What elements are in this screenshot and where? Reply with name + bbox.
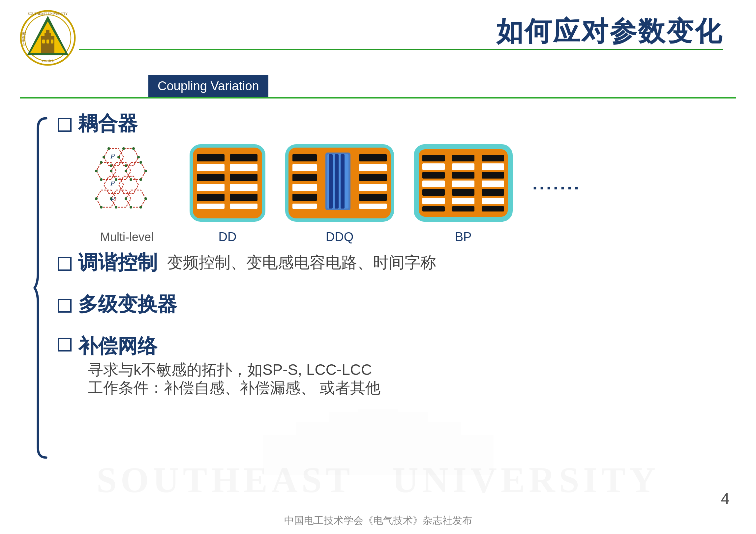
footer: 中国电工技术学会《电气技术》杂志社发布 <box>0 514 756 527</box>
svg-rect-97 <box>422 206 445 211</box>
ellipsis: ....... <box>532 173 581 193</box>
svg-rect-78 <box>329 154 333 209</box>
svg-text:P: P <box>110 152 115 160</box>
svg-rect-72 <box>292 184 317 191</box>
svg-rect-103 <box>452 189 474 196</box>
svg-rect-96 <box>422 198 445 204</box>
brace-section: 耦合器 <box>33 112 723 461</box>
svg-rect-65 <box>230 194 257 201</box>
curly-brace <box>33 115 51 461</box>
svg-rect-85 <box>359 184 387 191</box>
svg-rect-55 <box>197 164 225 171</box>
svg-point-23 <box>107 147 110 150</box>
svg-rect-9 <box>51 40 53 43</box>
svg-rect-93 <box>422 172 445 179</box>
svg-point-34 <box>110 170 112 172</box>
svg-rect-102 <box>452 181 474 187</box>
svg-point-27 <box>117 156 120 158</box>
item-tune: 调谐控制 变频控制、变电感电容电路、时间字称 <box>58 251 723 274</box>
svg-rect-111 <box>482 189 504 196</box>
svg-rect-57 <box>197 184 225 191</box>
svg-point-39 <box>130 178 132 181</box>
subtitle-area: Coupling Variation <box>0 72 756 97</box>
svg-rect-7 <box>42 40 45 43</box>
svg-rect-8 <box>46 40 49 43</box>
svg-point-32 <box>139 161 142 164</box>
svg-point-28 <box>137 156 140 158</box>
hex-grid-svg: P P P <box>84 142 170 228</box>
label-multilevel-converter: 多级变换器 <box>78 293 177 316</box>
svg-point-31 <box>125 164 127 167</box>
svg-marker-14 <box>119 149 138 166</box>
label-ddq: DDQ <box>326 230 353 244</box>
item-multilevel-converter: 多级变换器 <box>58 293 723 316</box>
svg-point-35 <box>125 170 127 172</box>
svg-rect-110 <box>482 181 504 187</box>
checkbox-coupler <box>58 118 72 132</box>
svg-point-40 <box>139 178 142 181</box>
sublabel-compensation-1: 寻求与k不敏感的拓扑，如SP-S, LCC-LCC <box>88 361 380 379</box>
svg-rect-71 <box>292 174 317 181</box>
svg-point-38 <box>115 178 117 181</box>
svg-point-26 <box>103 156 105 158</box>
svg-rect-63 <box>230 174 257 181</box>
item-compensation: 补偿网络 寻求与k不敏感的拓扑，如SP-S, LCC-LCC 工作条件：补偿自感… <box>58 334 723 397</box>
svg-rect-6 <box>46 30 49 35</box>
main-title: 如何应对参数变化 <box>496 16 723 46</box>
coil-ddq: DDQ <box>285 144 394 244</box>
svg-rect-112 <box>482 198 504 204</box>
svg-rect-74 <box>292 204 317 209</box>
svg-rect-99 <box>452 155 474 161</box>
coupler-diagrams: P P P Multi-level <box>84 142 723 244</box>
label-tune: 调谐控制 <box>78 251 157 274</box>
footer-text: 中国电工技术学会《电气技术》杂志社发布 <box>284 515 472 526</box>
svg-marker-19 <box>119 176 138 193</box>
svg-point-33 <box>95 170 98 172</box>
svg-rect-80 <box>341 154 345 209</box>
svg-rect-79 <box>335 154 339 209</box>
svg-point-37 <box>100 178 103 181</box>
svg-rect-107 <box>482 155 504 161</box>
svg-rect-100 <box>452 163 474 170</box>
content-items: 耦合器 <box>51 112 723 461</box>
main-content: 耦合器 <box>0 98 756 461</box>
svg-rect-64 <box>230 184 257 191</box>
svg-rect-61 <box>230 154 257 161</box>
svg-point-24 <box>122 147 125 150</box>
svg-point-44 <box>144 197 147 200</box>
label-multilevel: Multi-level <box>100 230 154 244</box>
svg-point-36 <box>144 170 147 172</box>
svg-rect-109 <box>482 172 504 179</box>
checkbox-compensation <box>58 338 72 351</box>
svg-rect-84 <box>359 174 387 181</box>
svg-marker-15 <box>96 162 116 180</box>
svg-marker-17 <box>126 162 146 180</box>
bp-coil-svg <box>414 144 513 227</box>
svg-point-25 <box>132 147 135 150</box>
svg-rect-70 <box>292 164 317 171</box>
svg-rect-94 <box>422 181 445 187</box>
sublabel-compensation-2: 工作条件：补偿自感、补偿漏感、 或者其他 <box>88 379 380 397</box>
svg-point-43 <box>125 197 127 200</box>
subtitle-banner: Coupling Variation <box>148 75 268 97</box>
svg-rect-86 <box>359 194 387 201</box>
svg-rect-101 <box>452 172 474 179</box>
svg-rect-58 <box>197 194 225 201</box>
university-logo: SOUTHEAST UNIVERSITY 1902 南京 止于至善 <box>20 10 79 69</box>
svg-rect-95 <box>422 189 445 196</box>
label-coupler: 耦合器 <box>78 112 137 135</box>
label-dd: DD <box>219 230 237 244</box>
svg-text:P: P <box>110 179 115 187</box>
svg-rect-104 <box>452 198 474 204</box>
coil-dd: DD <box>190 144 265 244</box>
item-coupler: 耦合器 <box>58 112 723 244</box>
title-area: 如何应对参数变化 <box>79 10 736 50</box>
svg-rect-69 <box>292 154 317 161</box>
svg-rect-59 <box>197 204 225 209</box>
svg-point-46 <box>115 206 117 209</box>
dd-coil-svg <box>190 144 265 227</box>
title-underline <box>79 49 723 50</box>
svg-rect-73 <box>292 194 317 201</box>
svg-marker-16 <box>111 162 131 180</box>
svg-point-30 <box>110 164 112 167</box>
